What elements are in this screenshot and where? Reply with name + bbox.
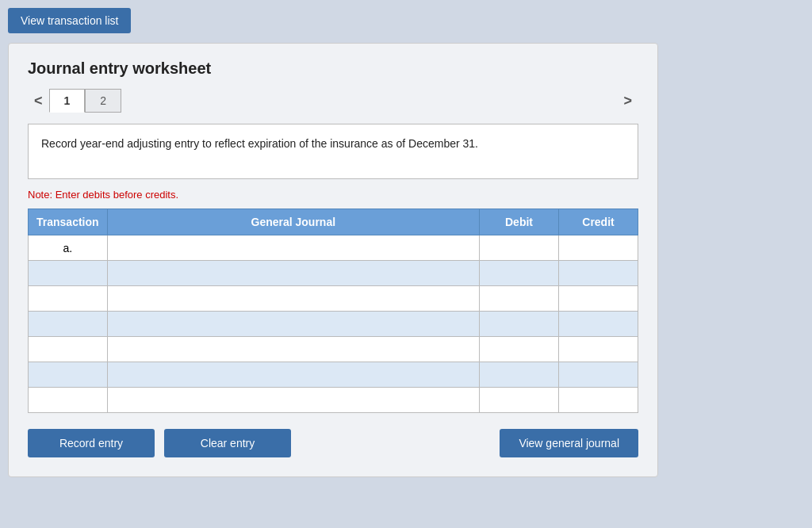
tab-1[interactable]: 1	[49, 89, 86, 113]
cell-credit[interactable]	[559, 286, 638, 312]
cell-credit[interactable]	[559, 362, 638, 388]
header-transaction: Transaction	[29, 209, 108, 235]
cell-debit[interactable]	[480, 261, 559, 286]
cell-credit[interactable]	[559, 261, 638, 286]
tabs-row: < 1 2 >	[28, 89, 638, 113]
cell-journal[interactable]	[107, 261, 479, 286]
cell-debit[interactable]	[480, 388, 559, 413]
cell-journal[interactable]	[107, 286, 479, 312]
cell-credit[interactable]	[559, 388, 638, 413]
cell-journal[interactable]	[107, 388, 479, 413]
table-row	[29, 261, 638, 286]
table-row	[29, 337, 638, 362]
cell-debit[interactable]	[480, 312, 559, 337]
note-text: Note: Enter debits before credits.	[28, 189, 638, 201]
journal-table: Transaction General Journal Debit Credit…	[28, 209, 638, 413]
record-entry-button[interactable]: Record entry	[28, 429, 155, 457]
cell-debit[interactable]	[480, 235, 559, 261]
cell-transaction	[29, 388, 108, 413]
tab-2[interactable]: 2	[85, 89, 121, 113]
table-row: a.	[29, 235, 638, 261]
cell-transaction	[29, 261, 108, 286]
cell-debit[interactable]	[480, 362, 559, 388]
cell-transaction	[29, 286, 108, 312]
header-credit: Credit	[559, 209, 638, 235]
description-box: Record year-end adjusting entry to refle…	[28, 124, 638, 179]
cell-transaction	[29, 337, 108, 362]
cell-journal[interactable]	[107, 337, 479, 362]
clear-entry-button[interactable]: Clear entry	[164, 429, 291, 457]
cell-transaction	[29, 362, 108, 388]
table-row	[29, 286, 638, 312]
cell-journal[interactable]	[107, 312, 479, 337]
prev-tab-button[interactable]: <	[28, 90, 49, 113]
cell-transaction	[29, 312, 108, 337]
worksheet-title: Journal entry worksheet	[28, 59, 638, 78]
next-tab-button[interactable]: >	[617, 90, 638, 113]
cell-journal[interactable]	[107, 235, 479, 261]
worksheet-container: Journal entry worksheet < 1 2 > Record y…	[8, 43, 658, 477]
cell-credit[interactable]	[559, 235, 638, 261]
cell-debit[interactable]	[480, 337, 559, 362]
cell-debit[interactable]	[480, 286, 559, 312]
table-row	[29, 362, 638, 388]
cell-credit[interactable]	[559, 312, 638, 337]
cell-transaction: a.	[29, 235, 108, 261]
header-general-journal: General Journal	[107, 209, 479, 235]
view-transaction-button[interactable]: View transaction list	[8, 8, 131, 33]
table-row	[29, 312, 638, 337]
header-debit: Debit	[480, 209, 559, 235]
table-row	[29, 388, 638, 413]
view-general-journal-button[interactable]: View general journal	[500, 429, 638, 457]
cell-credit[interactable]	[559, 337, 638, 362]
cell-journal[interactable]	[107, 362, 479, 388]
buttons-row: Record entry Clear entry View general jo…	[28, 429, 638, 457]
